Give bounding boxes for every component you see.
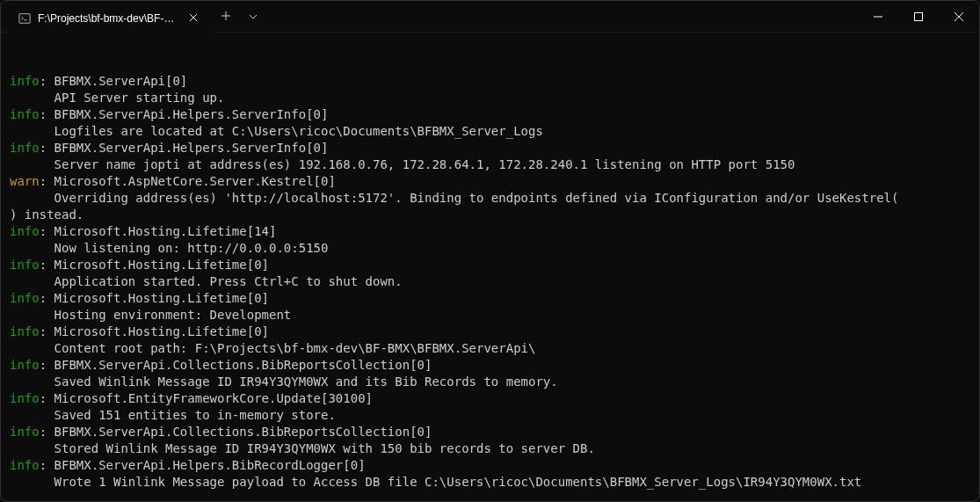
tab-close-button[interactable] (185, 11, 201, 26)
svg-rect-3 (915, 12, 923, 20)
log-level: info (10, 391, 40, 405)
close-button[interactable] (939, 1, 979, 32)
new-tab-button[interactable] (210, 8, 242, 25)
log-level: info (10, 458, 40, 472)
log-body: Application started. Press Ctrl+C to shu… (10, 273, 970, 290)
log-body: Server name jopti at address(es) 192.168… (10, 156, 970, 173)
terminal-icon (18, 12, 31, 25)
log-line: info: Microsoft.Hosting.Lifetime[0] (10, 290, 970, 307)
minimize-button[interactable] (858, 1, 898, 32)
window-controls (858, 1, 979, 32)
tab-dropdown-button[interactable] (242, 11, 265, 21)
log-line: info: Microsoft.EntityFrameworkCore.Upda… (10, 390, 970, 407)
log-head: : Microsoft.Hosting.Lifetime[0] (40, 291, 269, 305)
log-level: info (10, 258, 40, 272)
log-body: Stored Winlink Message ID IR94Y3QYM0WX w… (10, 440, 970, 457)
log-body: Hosting environment: Development (10, 307, 970, 324)
log-line: info: BFBMX.ServerApi.Helpers.BibRecordL… (10, 457, 970, 474)
log-head: : Microsoft.Hosting.Lifetime[0] (40, 258, 269, 272)
log-body: Saved 151 entities to in-memory store. (10, 407, 970, 424)
log-level: info (10, 425, 40, 439)
log-body: Saved Winlink Message ID IR94Y3QYM0WX an… (10, 374, 970, 390)
log-body: Content root path: F:\Projects\bf-bmx-de… (10, 340, 970, 357)
log-level: warn (10, 174, 40, 188)
log-line: info: Microsoft.Hosting.Lifetime[0] (10, 257, 970, 273)
maximize-button[interactable] (898, 1, 939, 32)
log-line: info: BFBMX.ServerApi[0] (10, 73, 970, 90)
log-head: : BFBMX.ServerApi[0] (40, 74, 188, 88)
log-line: info: BFBMX.ServerApi.Helpers.ServerInfo… (10, 106, 970, 123)
log-head: : Microsoft.EntityFrameworkCore.Update[3… (40, 391, 373, 405)
log-head: : Microsoft.AspNetCore.Server.Kestrel[0] (40, 174, 336, 188)
log-line: warn: Microsoft.AspNetCore.Server.Kestre… (10, 173, 970, 190)
log-level: info (10, 291, 40, 305)
log-head: : BFBMX.ServerApi.Collections.BibReports… (40, 358, 432, 372)
log-head: : Microsoft.Hosting.Lifetime[0] (40, 324, 269, 338)
log-head: : Microsoft.Hosting.Lifetime[14] (40, 224, 277, 238)
log-line: info: BFBMX.ServerApi.Collections.BibRep… (10, 424, 970, 440)
log-body: API Server starting up. (10, 90, 970, 106)
log-level: info (10, 324, 40, 338)
log-body: Logfiles are located at C:\Users\ricoc\D… (10, 123, 970, 140)
log-line: info: Microsoft.Hosting.Lifetime[14] (10, 223, 970, 240)
window-titlebar: F:\Projects\bf-bmx-dev\BF-BM (1, 1, 979, 33)
log-line: info: BFBMX.ServerApi.Collections.BibRep… (10, 357, 970, 374)
log-level: info (10, 141, 40, 155)
log-body: Wrote 1 Winlink Message payload to Acces… (10, 474, 970, 491)
log-head: : BFBMX.ServerApi.Helpers.ServerInfo[0] (40, 141, 329, 155)
log-level: info (10, 107, 40, 121)
log-head: : BFBMX.ServerApi.Helpers.BibRecordLogge… (40, 458, 366, 472)
terminal-tab[interactable]: F:\Projects\bf-bmx-dev\BF-BM (8, 4, 210, 33)
log-body: Now listening on: http://0.0.0.0:5150 (10, 240, 970, 257)
terminal-output[interactable]: info: BFBMX.ServerApi[0] API Server star… (1, 33, 979, 502)
log-level: info (10, 358, 40, 372)
log-level: info (10, 224, 40, 238)
tab-title: F:\Projects\bf-bmx-dev\BF-BM (38, 12, 178, 25)
log-body: Overriding address(es) 'http://localhost… (10, 190, 970, 207)
log-body: ) instead. (10, 207, 970, 223)
log-line: info: Microsoft.Hosting.Lifetime[0] (10, 324, 970, 340)
log-head: : BFBMX.ServerApi.Collections.BibReports… (40, 425, 432, 439)
svg-rect-0 (19, 13, 30, 23)
log-head: : BFBMX.ServerApi.Helpers.ServerInfo[0] (40, 107, 329, 121)
log-level: info (10, 74, 40, 88)
log-line: info: BFBMX.ServerApi.Helpers.ServerInfo… (10, 140, 970, 156)
